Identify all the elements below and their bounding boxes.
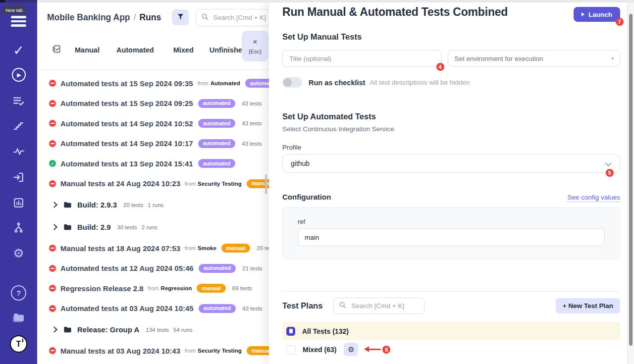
projects-folder-icon[interactable]	[0, 311, 37, 324]
run-type-badge: manual	[197, 284, 226, 293]
test-plans-search-box[interactable]	[333, 298, 424, 314]
run-tests-count: 43 tests	[242, 120, 262, 126]
from-label: from	[148, 285, 159, 291]
run-title-input[interactable]	[282, 50, 442, 67]
panel-title: Run Manual & Automated Tests Combined	[282, 5, 508, 19]
toggle-knob	[283, 78, 292, 87]
run-type-badge: automated	[198, 159, 236, 168]
esc-key-hint: [Esc]	[249, 49, 262, 54]
tests-icon[interactable]: ✓	[0, 43, 37, 58]
from-label: from	[185, 181, 196, 187]
tab-mixed[interactable]: Mixed	[173, 46, 194, 54]
chevron-right-icon[interactable]	[51, 224, 57, 230]
runs-search-input[interactable]	[212, 13, 273, 22]
breadcrumb-page: Runs	[139, 12, 161, 22]
chevron-down-icon	[605, 159, 612, 166]
search-icon	[339, 301, 346, 311]
folder-runs-count: 54 runs	[173, 327, 192, 333]
run-tests-count: 69 tests	[232, 285, 252, 291]
runs-list-panel: Mobile Banking App/Runs Manual Automated…	[37, 2, 295, 364]
folder-name: Release: Group A	[77, 325, 139, 334]
launch-button[interactable]: Launch 7	[574, 7, 620, 22]
test-plan-row-mixed[interactable]: Mixed (63) ⚙ 6	[282, 340, 620, 359]
test-plan-label: Mixed (63)	[303, 346, 336, 354]
run-title: Automated tests at 15 Sep 2024 09:25	[60, 99, 193, 107]
chevron-right-icon[interactable]	[51, 202, 57, 208]
run-tests-count: 21 tests	[242, 265, 262, 271]
run-title: Automated tests at 03 Aug 2024 10:45	[60, 304, 194, 312]
from-label: from	[198, 80, 209, 86]
profile-select[interactable]: github 5	[282, 154, 620, 173]
checklist-label: Run as checklist	[309, 79, 365, 87]
analytics-icon[interactable]	[0, 197, 37, 209]
hamburger-menu-icon[interactable]	[11, 16, 26, 27]
run-tests-count: 43 tests	[242, 141, 262, 147]
folder-runs-count: 2 runs	[142, 224, 158, 230]
breadcrumb: Mobile Banking App/Runs	[47, 12, 161, 23]
from-label: from	[185, 348, 196, 354]
folder-tests-count: 134 tests	[146, 327, 169, 333]
tab-manual[interactable]: Manual	[75, 46, 100, 54]
run-title: Automated tests at 12 Aug 2024 05:46	[60, 264, 194, 272]
test-plans-search-input[interactable]	[350, 302, 417, 310]
select-runs-icon[interactable]	[52, 44, 61, 56]
help-icon[interactable]: ?	[0, 285, 37, 301]
section-divider	[282, 291, 620, 292]
folder-runs-count: 1 runs	[148, 202, 163, 208]
tab-unfinished[interactable]: Unfinished	[210, 46, 247, 54]
filter-button[interactable]	[172, 9, 189, 25]
run-as-checklist-toggle[interactable]	[282, 77, 302, 88]
import-icon[interactable]	[0, 171, 37, 184]
search-icon	[201, 13, 209, 22]
test-plans-list: All Tests (132) Mixed (63) ⚙ 6	[282, 322, 620, 359]
ci-service-subheading: Select Continuous Integration Service	[282, 125, 620, 133]
chevron-right-icon[interactable]	[51, 326, 57, 333]
page-scrollbar[interactable]	[627, 0, 634, 364]
page-scrollbar-thumb[interactable]	[629, 14, 633, 346]
steps-icon[interactable]	[0, 120, 37, 132]
folder-icon	[63, 325, 72, 334]
run-title: Manual tests at 18 Aug 2024 07:53	[60, 244, 180, 253]
annotation-badge: 6	[382, 346, 390, 354]
checkbox-checked-icon[interactable]	[286, 327, 295, 336]
close-panel-button[interactable]: × [Esc]	[242, 31, 268, 61]
launch-label: Launch	[588, 11, 612, 18]
test-plans-icon[interactable]	[0, 95, 37, 107]
run-type-badge: automated	[198, 139, 236, 148]
status-failed-icon	[49, 245, 56, 252]
configuration-heading: Configuration	[282, 193, 331, 201]
run-source: Smoke	[198, 245, 216, 251]
app-logo[interactable]: T	[0, 335, 37, 353]
close-icon: ×	[253, 38, 257, 46]
status-failed-icon	[49, 140, 56, 147]
checklist-hint: All test descriptions will be hidden	[370, 79, 470, 86]
run-title: Manual tests at 24 Aug 2024 10:23	[60, 179, 180, 188]
runs-list-scrollbar[interactable]	[265, 174, 267, 194]
status-failed-icon	[49, 285, 56, 292]
window-top-strip	[0, 0, 634, 2]
window-corner	[0, 0, 5, 2]
test-plans-heading: Test Plans	[282, 301, 322, 311]
status-failed-icon	[49, 100, 56, 107]
test-plan-label: All Tests (132)	[302, 327, 349, 335]
breadcrumb-project[interactable]: Mobile Banking App	[47, 12, 130, 22]
test-plan-row-all-tests[interactable]: All Tests (132)	[282, 322, 620, 340]
runs-icon[interactable]: ▶	[0, 68, 37, 82]
settings-gear-icon[interactable]: ⚙	[0, 247, 37, 260]
status-failed-icon	[49, 265, 56, 272]
tab-automated[interactable]: Automated	[116, 46, 154, 54]
status-failed-icon	[49, 305, 56, 312]
see-config-values-link[interactable]: See config values	[567, 194, 620, 202]
configuration-card: ref	[282, 207, 620, 260]
run-title: Regression Release 2.8	[60, 284, 144, 293]
automated-tests-heading: Set Up Automated Tests	[282, 112, 620, 121]
environment-select[interactable]: Set environment for execution ▾	[448, 50, 621, 67]
ref-label: ref	[298, 218, 605, 225]
activity-pulse-icon[interactable]	[0, 145, 37, 158]
ref-input[interactable]	[298, 228, 605, 246]
test-plan-settings-gear-icon[interactable]: ⚙	[344, 343, 358, 356]
branches-icon[interactable]	[0, 222, 37, 234]
title-annotation-badge: 4	[436, 63, 444, 71]
checkbox-unchecked-icon[interactable]	[287, 345, 296, 354]
new-test-plan-button[interactable]: + New Test Plan	[556, 298, 620, 313]
